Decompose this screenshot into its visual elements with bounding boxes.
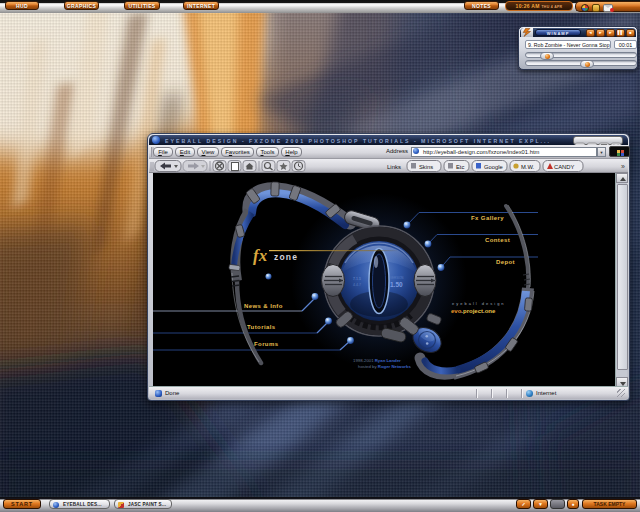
svg-text:VERSION: VERSION [390,276,404,280]
svg-text:eyeball design: eyeball design [452,301,506,306]
svg-text:»: » [621,163,625,170]
svg-text:Links: Links [387,164,401,170]
svg-text:M.W.: M.W. [521,164,535,170]
svg-text:News & Info: News & Info [244,303,283,309]
svg-text:evo.project.one: evo.project.one [451,308,496,314]
svg-text:hosted by Roger Networks: hosted by Roger Networks [358,364,411,369]
svg-text:7.1.5: 7.1.5 [353,277,361,281]
svg-text:Fx Gallery: Fx Gallery [471,215,504,221]
svg-text:Tutorials: Tutorials [247,324,276,330]
svg-text:Forums: Forums [254,341,279,347]
svg-text:Etc: Etc [456,164,464,170]
svg-text:Contest: Contest [485,237,510,243]
svg-text:fx: fx [253,246,268,265]
svg-text:1.50: 1.50 [390,281,403,288]
svg-text:zone: zone [274,252,298,262]
svg-text:1998-2001 Ryan Lander: 1998-2001 Ryan Lander [353,358,401,363]
svg-text:4.4.7: 4.4.7 [353,283,361,287]
svg-text:Depot: Depot [496,259,515,265]
svg-text:CANDY: CANDY [554,164,574,170]
svg-text:Skins: Skins [419,164,433,170]
svg-text:Google: Google [484,164,503,170]
